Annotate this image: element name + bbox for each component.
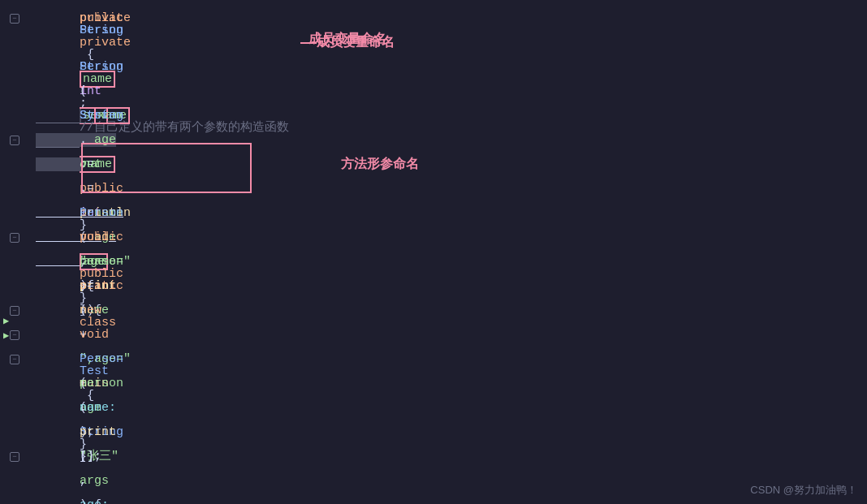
fold-icon-13[interactable]: − — [10, 306, 19, 316]
var-person: person — [80, 255, 123, 269]
fold-icon-6[interactable]: − — [10, 136, 19, 145]
system: System — [80, 109, 123, 123]
gutter-1: − — [0, 14, 29, 24]
gutter-6: − — [0, 136, 29, 145]
fold-icon-19[interactable]: − — [10, 452, 19, 462]
fold-icon-14[interactable]: − — [10, 330, 19, 340]
keyword-public-1: public — [80, 11, 123, 25]
fold-icon-10[interactable]: − — [10, 233, 19, 243]
code-line-19: − } — [0, 445, 867, 469]
code-editor: − class Person { private String name ; 成… — [0, 0, 867, 504]
fold-icon-1[interactable]: − — [10, 14, 19, 24]
named-param-age: age: — [80, 498, 109, 504]
fold-icon-15[interactable]: − — [10, 355, 19, 364]
type-person-2: Person — [80, 206, 123, 220]
gutter-10: − — [0, 233, 29, 243]
watermark: CSDN @努力加油鸭！ — [750, 483, 857, 498]
gutter-19: − — [0, 452, 29, 462]
gutter-14: − — [0, 330, 29, 340]
keyword-new: new — [80, 304, 101, 317]
gutter-15: − — [0, 355, 29, 364]
gutter-13: − — [0, 306, 29, 316]
line-content-19: } — [29, 420, 867, 493]
